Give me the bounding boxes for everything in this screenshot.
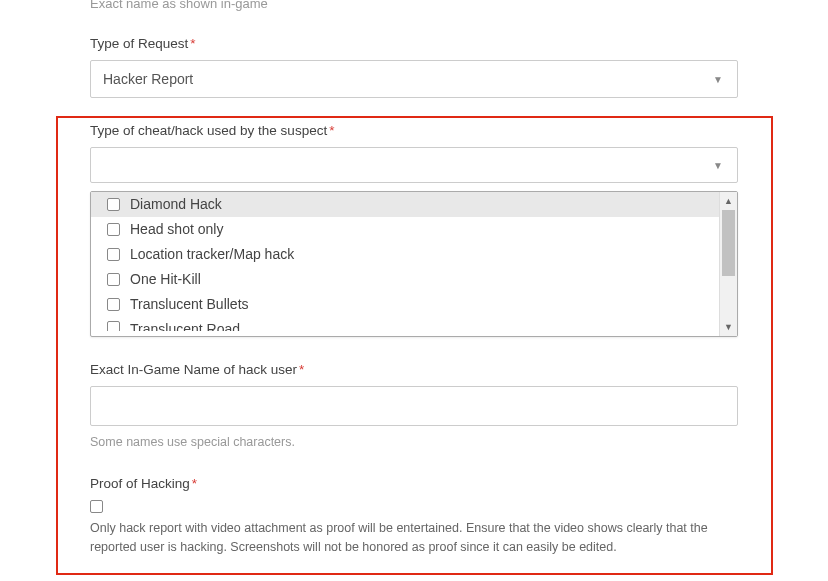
- checkbox-proof[interactable]: [90, 500, 103, 513]
- dropdown-cheat-type: Diamond Hack Head shot only Location tra…: [90, 191, 738, 337]
- option-one-hit-kill[interactable]: One Hit-Kill: [91, 267, 719, 292]
- label-text: Exact In-Game Name of hack user: [90, 362, 297, 377]
- option-label: Translucent Road: [130, 321, 240, 331]
- label-text: Proof of Hacking: [90, 476, 190, 491]
- label-text: Type of cheat/hack used by the suspect: [90, 123, 327, 138]
- option-diamond-hack[interactable]: Diamond Hack: [91, 192, 719, 217]
- group-cheat-type: Type of cheat/hack used by the suspect* …: [0, 122, 828, 337]
- option-label: One Hit-Kill: [130, 271, 201, 287]
- checkbox-icon: [107, 198, 120, 211]
- label-proof: Proof of Hacking*: [90, 475, 738, 494]
- option-label: Location tracker/Map hack: [130, 246, 294, 262]
- option-label: Diamond Hack: [130, 196, 222, 212]
- label-cheat-type: Type of cheat/hack used by the suspect*: [90, 122, 738, 141]
- select-request-type[interactable]: Hacker Report ▼: [90, 60, 738, 98]
- required-asterisk: *: [329, 123, 334, 138]
- checkbox-icon: [107, 248, 120, 261]
- option-label: Translucent Bullets: [130, 296, 249, 312]
- scrollbar-thumb[interactable]: [722, 210, 735, 276]
- helper-hack-user-name: Some names use special characters.: [90, 434, 738, 452]
- option-label: Head shot only: [130, 221, 223, 237]
- dropdown-inner: Diamond Hack Head shot only Location tra…: [91, 192, 737, 336]
- checkbox-icon: [107, 321, 120, 331]
- label-request-type: Type of Request*: [90, 35, 738, 54]
- required-asterisk: *: [190, 36, 195, 51]
- scroll-up-icon[interactable]: ▲: [720, 192, 737, 210]
- form-root: Exact name as shown in-game Type of Requ…: [0, 0, 828, 557]
- option-head-shot-only[interactable]: Head shot only: [91, 217, 719, 242]
- scrollbar-track: ▲ ▼: [719, 192, 737, 336]
- select-cheat-type[interactable]: ▼: [90, 147, 738, 183]
- top-helper-text: Exact name as shown in-game: [0, 0, 828, 11]
- chevron-down-icon: ▼: [713, 73, 723, 84]
- helper-proof: Only hack report with video attachment a…: [90, 519, 730, 557]
- checkbox-icon: [107, 223, 120, 236]
- option-location-tracker[interactable]: Location tracker/Map hack: [91, 242, 719, 267]
- group-proof: Proof of Hacking* Only hack report with …: [0, 475, 828, 556]
- label-text: Type of Request: [90, 36, 188, 51]
- required-asterisk: *: [192, 476, 197, 491]
- scroll-down-icon[interactable]: ▼: [720, 318, 737, 336]
- checkbox-icon: [107, 298, 120, 311]
- option-translucent-bullets[interactable]: Translucent Bullets: [91, 292, 719, 317]
- required-asterisk: *: [299, 362, 304, 377]
- checkbox-icon: [107, 273, 120, 286]
- select-value: Hacker Report: [103, 71, 193, 87]
- option-translucent-road[interactable]: Translucent Road: [91, 317, 719, 331]
- group-hack-user-name: Exact In-Game Name of hack user* Some na…: [0, 361, 828, 451]
- chevron-down-icon: ▼: [713, 159, 723, 170]
- group-request-type: Type of Request* Hacker Report ▼: [0, 35, 828, 98]
- input-hack-user-name[interactable]: [90, 386, 738, 426]
- label-hack-user-name: Exact In-Game Name of hack user*: [90, 361, 738, 380]
- dropdown-list: Diamond Hack Head shot only Location tra…: [91, 192, 719, 331]
